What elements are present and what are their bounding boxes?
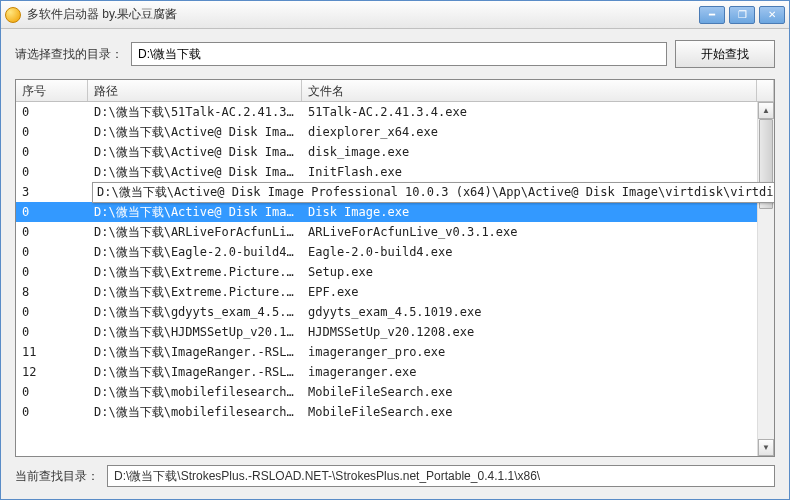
cell-path: D:\微当下载\HJDMSSetUp_v20.12... [88, 322, 302, 343]
table-row[interactable]: 0D:\微当下载\ARLiveForAcfunLiv...ARLiveForAc… [16, 222, 774, 242]
scroll-up-icon[interactable]: ▲ [758, 102, 774, 119]
table-row[interactable]: 0D:\微当下载\gdyyts_exam_4.5.1...gdyyts_exam… [16, 302, 774, 322]
header-scrollbar-gap [757, 80, 774, 101]
cell-seq: 0 [16, 203, 88, 221]
table-row[interactable]: 0D:\微当下载\Active@ Disk Imag...diexplorer_… [16, 122, 774, 142]
table-row[interactable]: 0D:\微当下载\Active@ Disk Imag...InitFlash.e… [16, 162, 774, 182]
cell-seq: 0 [16, 263, 88, 281]
cell-seq: 3 [16, 183, 88, 201]
table-row[interactable]: 0D:\微当下载\Active@ Disk Imag...Disk Image.… [16, 202, 774, 222]
table-row[interactable]: 0D:\微当下载\HJDMSSetUp_v20.12...HJDMSSetUp_… [16, 322, 774, 342]
path-tooltip: D:\微当下载\Active@ Disk Image Professional … [92, 182, 774, 203]
header-file[interactable]: 文件名 [302, 80, 757, 101]
cell-seq: 12 [16, 363, 88, 381]
cell-path: D:\微当下载\mobilefilesearch-... [88, 382, 302, 403]
cell-path: D:\微当下载\Active@ Disk Imag... [88, 122, 302, 143]
maximize-button[interactable]: ❐ [729, 6, 755, 24]
cell-seq: 0 [16, 223, 88, 241]
cell-path: D:\微当下载\ImageRanger.-RSLO... [88, 362, 302, 383]
cell-path: D:\微当下载\Eagle-2.0-build4.exe [88, 242, 302, 263]
table-row[interactable]: 0D:\微当下载\Extreme.Picture.F...Setup.exe [16, 262, 774, 282]
cell-file: MobileFileSearch.exe [302, 383, 774, 401]
cell-seq: 11 [16, 343, 88, 361]
cell-seq: 0 [16, 103, 88, 121]
cell-path: D:\微当下载\mobilefilesearch-... [88, 402, 302, 423]
cell-file: HJDMSSetUp_v20.1208.exe [302, 323, 774, 341]
app-window: 多软件启动器 by.果心豆腐酱 ━ ❐ ✕ 请选择查找的目录： 开始查找 序号 … [0, 0, 790, 500]
cell-seq: 0 [16, 163, 88, 181]
cell-seq: 0 [16, 323, 88, 341]
cell-seq: 0 [16, 403, 88, 421]
cell-file: Eagle-2.0-build4.exe [302, 243, 774, 261]
table-row[interactable]: 3D:\微当下载\Active@ Disk Image Professional… [16, 182, 774, 202]
minimize-button[interactable]: ━ [699, 6, 725, 24]
cell-file: disk_image.exe [302, 143, 774, 161]
header-seq[interactable]: 序号 [16, 80, 88, 101]
titlebar: 多软件启动器 by.果心豆腐酱 ━ ❐ ✕ [1, 1, 789, 29]
table-row[interactable]: 0D:\微当下载\Active@ Disk Imag...disk_image.… [16, 142, 774, 162]
cell-file: InitFlash.exe [302, 163, 774, 181]
app-icon [5, 7, 21, 23]
table-row[interactable]: 0D:\微当下载\mobilefilesearch-...MobileFileS… [16, 382, 774, 402]
cell-path: D:\微当下载\Active@ Disk Imag... [88, 142, 302, 163]
cell-file: diexplorer_x64.exe [302, 123, 774, 141]
cell-path: D:\微当下载\Active@ Disk Imag... [88, 162, 302, 183]
cell-file: Setup.exe [302, 263, 774, 281]
table-row[interactable]: 11D:\微当下载\ImageRanger.-RSLO...imagerange… [16, 342, 774, 362]
cell-seq: 0 [16, 303, 88, 321]
cell-seq: 0 [16, 243, 88, 261]
cell-path: D:\微当下载\Extreme.Picture.F... [88, 262, 302, 283]
cell-path: D:\微当下载\Extreme.Picture.F... [88, 282, 302, 303]
cell-path: D:\微当下载\51Talk-AC.2.41.3... [88, 102, 302, 123]
table-row[interactable]: 12D:\微当下载\ImageRanger.-RSLO...imagerange… [16, 362, 774, 382]
cell-file: gdyyts_exam_4.5.1019.exe [302, 303, 774, 321]
cell-file: MobileFileSearch.exe [302, 403, 774, 421]
cell-file: ARLiveForAcfunLive_v0.3.1.exe [302, 223, 774, 241]
cell-file: EPF.exe [302, 283, 774, 301]
header-path[interactable]: 路径 [88, 80, 302, 101]
cell-path: D:\微当下载\Active@ Disk Imag... [88, 202, 302, 223]
cell-seq: 0 [16, 383, 88, 401]
cell-path: D:\微当下载\gdyyts_exam_4.5.1... [88, 302, 302, 323]
window-title: 多软件启动器 by.果心豆腐酱 [27, 6, 699, 23]
status-row: 当前查找目录： D:\微当下载\StrokesPlus.-RSLOAD.NET-… [15, 463, 775, 489]
cell-seq: 8 [16, 283, 88, 301]
table-row[interactable]: 0D:\微当下载\mobilefilesearch-...MobileFileS… [16, 402, 774, 422]
search-label: 请选择查找的目录： [15, 46, 123, 63]
table-header: 序号 路径 文件名 [16, 80, 774, 102]
cell-path: D:\微当下载\ARLiveForAcfunLiv... [88, 222, 302, 243]
window-buttons: ━ ❐ ✕ [699, 6, 785, 24]
cell-seq: 0 [16, 143, 88, 161]
directory-input[interactable] [131, 42, 667, 66]
cell-file: Disk Image.exe [302, 203, 774, 221]
cell-file: 51Talk-AC.2.41.3.4.exe [302, 103, 774, 121]
table-row[interactable]: 0D:\微当下载\Eagle-2.0-build4.exeEagle-2.0-b… [16, 242, 774, 262]
cell-path: D:\微当下载\ImageRanger.-RSLO... [88, 342, 302, 363]
status-value: D:\微当下载\StrokesPlus.-RSLOAD.NET-\Strokes… [107, 465, 775, 487]
table-row[interactable]: 0D:\微当下载\51Talk-AC.2.41.3...51Talk-AC.2.… [16, 102, 774, 122]
close-button[interactable]: ✕ [759, 6, 785, 24]
status-label: 当前查找目录： [15, 468, 99, 485]
search-button[interactable]: 开始查找 [675, 40, 775, 68]
scroll-down-icon[interactable]: ▼ [758, 439, 774, 456]
table-body: 0D:\微当下载\51Talk-AC.2.41.3...51Talk-AC.2.… [16, 102, 774, 456]
results-table: 序号 路径 文件名 0D:\微当下载\51Talk-AC.2.41.3...51… [15, 79, 775, 457]
vertical-scrollbar[interactable]: ▲ ▼ [757, 102, 774, 456]
search-row: 请选择查找的目录： 开始查找 [1, 29, 789, 79]
cell-file: imageranger_pro.exe [302, 343, 774, 361]
cell-seq: 0 [16, 123, 88, 141]
cell-file: imageranger.exe [302, 363, 774, 381]
table-row[interactable]: 8D:\微当下载\Extreme.Picture.F...EPF.exe [16, 282, 774, 302]
